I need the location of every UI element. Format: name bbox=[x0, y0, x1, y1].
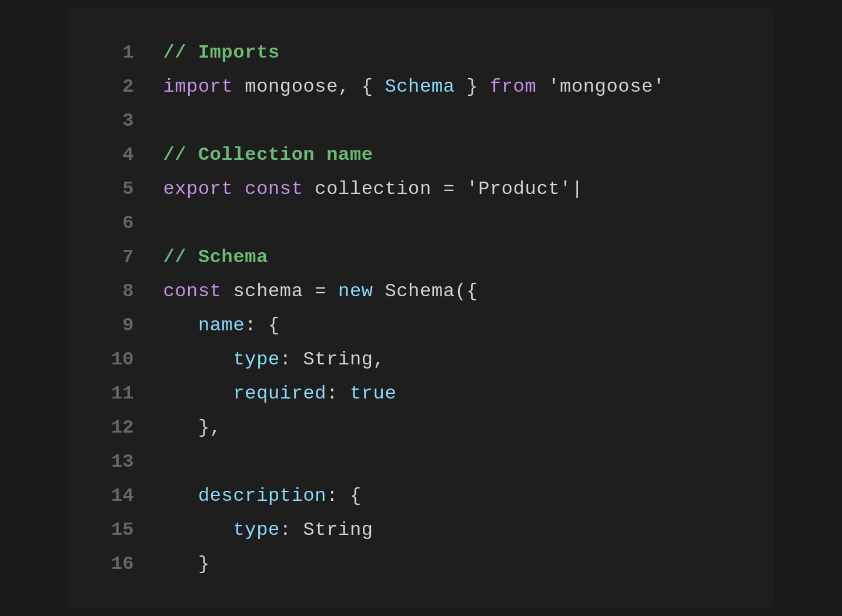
code-token bbox=[163, 314, 198, 336]
table-row: 5export const collection = 'Product'| bbox=[103, 172, 739, 206]
line-content bbox=[163, 103, 739, 138]
table-row: 1// Imports bbox=[103, 35, 739, 69]
code-token bbox=[163, 485, 198, 507]
table-row: 11 required: true bbox=[103, 376, 739, 410]
line-number: 13 bbox=[103, 444, 163, 478]
table-row: 10 type: String, bbox=[103, 342, 739, 376]
line-content: description: { bbox=[163, 478, 739, 513]
code-token bbox=[233, 178, 245, 200]
table-row: 2import mongoose, { Schema } from 'mongo… bbox=[103, 69, 739, 103]
line-number: 5 bbox=[103, 172, 163, 206]
code-token: // Collection name bbox=[163, 144, 373, 166]
line-content: name: { bbox=[163, 308, 739, 342]
line-number: 12 bbox=[103, 410, 163, 444]
code-token: required bbox=[233, 383, 326, 404]
code-token: new bbox=[338, 280, 373, 302]
code-editor: 1// Imports2import mongoose, { Schema } … bbox=[68, 7, 774, 609]
code-token: // Schema bbox=[163, 246, 268, 268]
code-token: const bbox=[163, 280, 221, 302]
code-token: 'Product'| bbox=[455, 178, 583, 200]
code-token: name bbox=[198, 314, 245, 336]
code-token: const bbox=[245, 178, 303, 200]
table-row: 16 } bbox=[103, 547, 739, 581]
code-token: : { bbox=[245, 314, 280, 336]
code-token: 'mongoose' bbox=[536, 76, 664, 98]
code-table: 1// Imports2import mongoose, { Schema } … bbox=[103, 35, 739, 581]
line-content: export const collection = 'Product'| bbox=[163, 172, 739, 206]
line-number: 10 bbox=[103, 342, 163, 376]
code-token bbox=[163, 383, 233, 404]
code-token: true bbox=[350, 383, 396, 404]
code-token: } bbox=[163, 553, 209, 575]
code-token: = bbox=[443, 178, 455, 200]
code-token: schema bbox=[222, 280, 315, 302]
line-content: } bbox=[163, 547, 739, 581]
table-row: 13 bbox=[103, 444, 739, 478]
line-number: 11 bbox=[103, 376, 163, 410]
line-number: 1 bbox=[103, 35, 163, 69]
code-token: mongoose, { bbox=[233, 76, 385, 98]
code-token: Schema({ bbox=[373, 280, 479, 302]
line-number: 8 bbox=[103, 274, 163, 308]
line-number: 9 bbox=[103, 308, 163, 342]
code-token: collection bbox=[303, 178, 443, 200]
line-number: 6 bbox=[103, 206, 163, 240]
code-token bbox=[163, 519, 233, 541]
line-number: 7 bbox=[103, 240, 163, 274]
line-number: 14 bbox=[103, 478, 163, 513]
code-token: : { bbox=[326, 485, 362, 507]
code-token: description bbox=[198, 485, 326, 507]
line-content: type: String bbox=[163, 513, 739, 547]
line-content: required: true bbox=[163, 376, 739, 410]
code-token bbox=[326, 280, 338, 302]
table-row: 3 bbox=[103, 103, 739, 138]
line-content: type: String, bbox=[163, 342, 739, 376]
code-token: // Imports bbox=[163, 42, 279, 63]
code-token: export bbox=[163, 178, 233, 200]
table-row: 6 bbox=[103, 206, 739, 240]
line-content: }, bbox=[163, 410, 739, 444]
code-token: Schema bbox=[385, 76, 455, 98]
code-token: type bbox=[233, 349, 279, 370]
code-token: : String, bbox=[280, 349, 385, 370]
code-token: : bbox=[326, 383, 350, 404]
table-row: 12 }, bbox=[103, 410, 739, 444]
line-content: // Schema bbox=[163, 240, 739, 274]
table-row: 7// Schema bbox=[103, 240, 739, 274]
line-content: import mongoose, { Schema } from 'mongoo… bbox=[163, 69, 739, 103]
line-content bbox=[163, 444, 739, 478]
code-token: } bbox=[455, 76, 490, 98]
table-row: 4// Collection name bbox=[103, 138, 739, 172]
code-token: : String bbox=[280, 519, 373, 541]
line-number: 3 bbox=[103, 103, 163, 138]
table-row: 9 name: { bbox=[103, 308, 739, 342]
line-content: // Imports bbox=[163, 35, 739, 69]
code-token: import bbox=[163, 76, 233, 98]
code-token: type bbox=[233, 519, 279, 541]
code-token: from bbox=[490, 76, 536, 98]
line-number: 15 bbox=[103, 513, 163, 547]
line-number: 16 bbox=[103, 547, 163, 581]
line-content: // Collection name bbox=[163, 138, 739, 172]
table-row: 15 type: String bbox=[103, 513, 739, 547]
table-row: 8const schema = new Schema({ bbox=[103, 274, 739, 308]
line-number: 4 bbox=[103, 138, 163, 172]
line-number: 2 bbox=[103, 69, 163, 103]
table-row: 14 description: { bbox=[103, 478, 739, 513]
line-content bbox=[163, 206, 739, 240]
code-token: }, bbox=[163, 417, 221, 438]
code-token bbox=[163, 349, 233, 370]
code-token: = bbox=[315, 280, 326, 302]
line-content: const schema = new Schema({ bbox=[163, 274, 739, 308]
